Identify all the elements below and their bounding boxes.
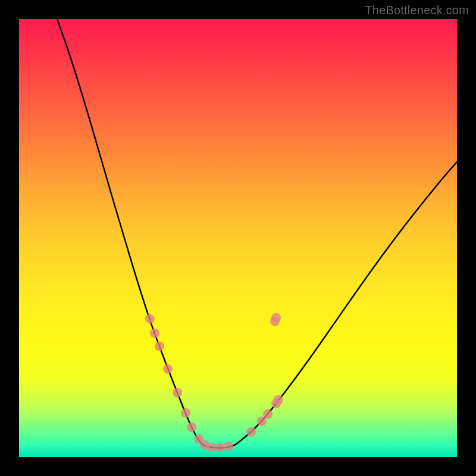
curve-marker [246, 427, 256, 437]
plot-area [19, 19, 457, 457]
curve-marker [215, 443, 225, 452]
curve-marker [145, 314, 155, 324]
chart-stage: TheBottleneck.com [0, 0, 476, 476]
curve-marker [181, 408, 190, 418]
curve-marker [155, 342, 164, 351]
marker-group [145, 313, 283, 452]
curve-marker [274, 395, 283, 405]
curve-marker [150, 328, 159, 338]
curve-marker [173, 388, 182, 397]
curve-marker [207, 443, 217, 452]
curve-marker [224, 441, 233, 451]
curve-svg [19, 19, 457, 457]
watermark-text: TheBottleneck.com [365, 4, 469, 17]
curve-marker [163, 364, 173, 374]
curve-marker [271, 313, 281, 322]
curve-marker [263, 409, 273, 419]
bottleneck-curve-path [57, 19, 457, 448]
curve-marker [187, 422, 196, 432]
